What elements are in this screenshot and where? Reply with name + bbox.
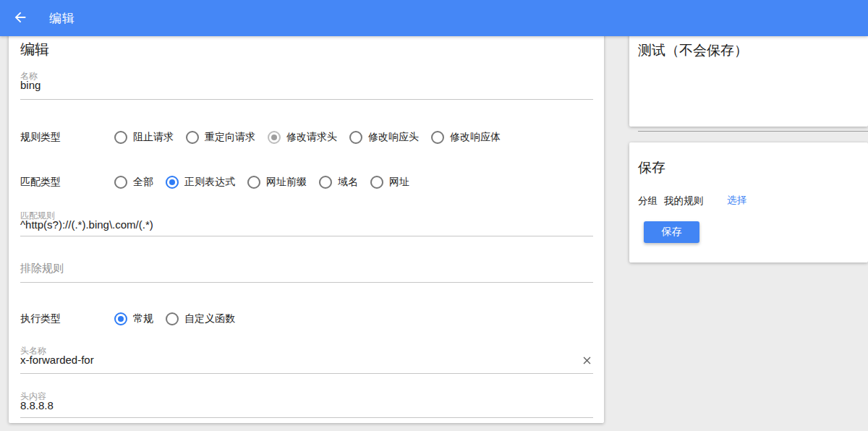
radio-option-label: 修改请求头 (286, 131, 337, 144)
choose-group-link[interactable]: 选择 (727, 194, 746, 207)
name-input[interactable]: bing (20, 79, 593, 100)
rule-type-options: 阻止请求重定向请求修改请求头修改响应头修改响应体 (114, 131, 501, 144)
test-url-input[interactable] (638, 113, 868, 132)
exec-type-row: 执行类型 常规自定义函数 (9, 309, 604, 329)
header-value-input-value: 8.8.8.8 (20, 399, 593, 411)
radio-option[interactable]: 阻止请求 (114, 131, 174, 144)
radio-unselected-icon[interactable] (370, 176, 383, 189)
clear-header-name-button[interactable] (580, 355, 593, 368)
match-type-row: 匹配类型 全部正则表达式网址前缀域名网址 (9, 172, 604, 192)
header-value-input[interactable]: 8.8.8.8 (20, 399, 593, 418)
radio-option[interactable]: 全部 (114, 176, 153, 189)
radio-option[interactable]: 网址前缀 (247, 176, 307, 189)
exec-type-options: 常规自定义函数 (114, 312, 235, 325)
radio-option-label: 常规 (133, 312, 153, 325)
exclude-rule-input[interactable]: 排除规则 (20, 262, 593, 283)
header-name-input-value: x-forwarded-for (20, 354, 580, 366)
header-name-input[interactable]: x-forwarded-for (20, 354, 593, 374)
arrow-left-icon (12, 9, 28, 27)
save-panel: 保存 分组 我的规则 选择 保存 (629, 142, 868, 263)
back-button[interactable] (6, 4, 35, 33)
radio-option[interactable]: 重定向请求 (186, 131, 255, 144)
radio-unselected-icon[interactable] (114, 176, 127, 189)
radio-option[interactable]: 自定义函数 (166, 312, 235, 325)
test-panel: 测试（不会保存） (629, 32, 868, 127)
test-panel-title: 测试（不会保存） (638, 41, 748, 60)
radio-option-label: 网址 (389, 176, 409, 189)
group-value: 我的规则 (664, 195, 703, 208)
match-type-label: 匹配类型 (20, 176, 61, 189)
group-label: 分组 (638, 195, 658, 208)
radio-option-label: 域名 (338, 176, 358, 189)
radio-option-label: 修改响应体 (450, 131, 501, 144)
exclude-rule-placeholder: 排除规则 (20, 262, 593, 276)
radio-option[interactable]: 正则表达式 (166, 176, 235, 189)
match-rule-input[interactable]: ^http(s?)://(.*).bing\.com/(.*) (20, 218, 593, 236)
radio-option[interactable]: 域名 (319, 176, 358, 189)
radio-option-label: 重定向请求 (205, 131, 255, 144)
appbar-title: 编辑 (49, 10, 75, 27)
radio-option-label: 修改响应头 (368, 131, 419, 144)
close-icon (581, 354, 593, 369)
exec-type-label: 执行类型 (20, 312, 61, 325)
save-panel-title: 保存 (638, 158, 665, 177)
edit-form-card: 编辑 名称 bing 规则类型 阻止请求重定向请求修改请求头修改响应头修改响应体… (9, 32, 604, 423)
radio-option-label: 阻止请求 (133, 131, 174, 144)
radio-selected-icon[interactable] (114, 312, 127, 325)
radio-unselected-icon[interactable] (166, 312, 179, 325)
radio-option[interactable]: 修改响应体 (431, 131, 501, 144)
radio-unselected-icon[interactable] (431, 131, 444, 144)
radio-unselected-icon[interactable] (247, 176, 260, 189)
name-input-value: bing (20, 79, 593, 91)
radio-option[interactable]: 网址 (370, 176, 409, 189)
radio-option-label: 自定义函数 (184, 312, 235, 325)
rule-type-label: 规则类型 (20, 131, 61, 144)
radio-option-label: 正则表达式 (184, 176, 235, 189)
match-rule-input-value: ^http(s?)://(.*).bing\.com/(.*) (20, 218, 593, 231)
radio-unselected-icon[interactable] (114, 131, 127, 144)
match-type-options: 全部正则表达式网址前缀域名网址 (114, 176, 409, 189)
app-bar: 编辑 (0, 0, 868, 36)
group-row: 分组 我的规则 (638, 195, 703, 208)
radio-option[interactable]: 修改响应头 (349, 131, 419, 144)
rule-type-row: 规则类型 阻止请求重定向请求修改请求头修改响应头修改响应体 (9, 127, 604, 148)
radio-unselected-icon[interactable] (319, 176, 332, 189)
radio-selected-icon[interactable] (166, 176, 179, 189)
radio-option-label: 全部 (133, 176, 153, 189)
radio-option[interactable]: 修改请求头 (268, 131, 337, 144)
save-button[interactable]: 保存 (644, 221, 699, 243)
radio-option-label: 网址前缀 (266, 176, 307, 189)
radio-unselected-icon[interactable] (186, 131, 199, 144)
page-title: 编辑 (20, 40, 49, 59)
radio-selected-icon[interactable] (268, 131, 281, 144)
radio-option[interactable]: 常规 (114, 312, 153, 325)
radio-unselected-icon[interactable] (349, 131, 362, 144)
